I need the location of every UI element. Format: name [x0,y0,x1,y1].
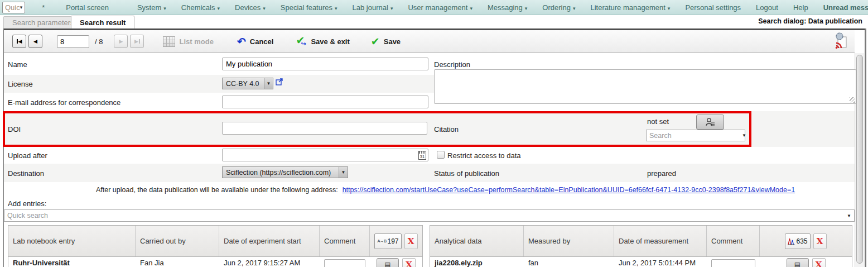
restrict-access-label: Restrict access to data [447,151,521,160]
lab-entry-comment-input[interactable] [324,259,365,267]
save-and-exit-button[interactable]: ✔ ↪ Save & exit [296,35,349,47]
exit-arrow-icon: ↪ [301,40,306,47]
email-input[interactable] [222,96,428,108]
last-record-button[interactable]: ▶ [130,35,144,48]
destination-label: Destination [8,169,44,177]
lab-entry-actions: ▤ X [370,257,422,267]
menu-item-special-features[interactable]: Special features▾ [281,3,337,12]
next-record-button[interactable]: ▶ [114,35,128,48]
menu-item-literature-management[interactable]: Literature management▾ [590,3,670,12]
open-analytical-button[interactable]: ▤ [787,258,809,267]
form-row-doi-citation: DOI Citation not set ▼ [4,111,855,147]
analytical-comment-input[interactable] [711,259,755,267]
select-arrow-icon: ▼ [339,167,348,178]
unsaved-indicator: * [42,3,45,12]
remove-all-lab-entries-button[interactable]: X [404,233,418,249]
quick-select[interactable]: Quic ▾ [2,2,25,13]
license-select[interactable]: CC-BY 4.0 ▼ [222,78,273,89]
menu-item-help[interactable]: Help [793,3,808,12]
open-lab-entry-button[interactable]: ▤ [377,258,399,267]
external-link-icon[interactable] [276,78,283,87]
quick-search-input[interactable] [4,210,844,221]
doi-input[interactable] [222,122,427,135]
menu-item-lab-journal[interactable]: Lab journal▾ [353,3,393,12]
cancel-button[interactable]: ↶ Cancel [237,36,274,47]
menu-item-ordering[interactable]: Ordering▾ [542,3,575,12]
lab-entry-name: Ruhr-Universität [8,257,136,267]
remove-all-analytical-button[interactable]: X [813,233,827,249]
column-header: Comment [320,226,370,256]
analytical-count: 635 [796,237,807,245]
x-icon: X [816,260,822,267]
record-toolbar: ◀ ◀ / 8 ▶ ▶ List mode ↶ Cancel ✔ ↪ [4,30,855,53]
next-icon: ▶ [119,39,123,44]
column-header: Date of measurement [614,226,707,256]
save-button[interactable]: ✔ Save [371,36,401,47]
menu-item-system[interactable]: System▾ [137,3,166,12]
citation-search-combo[interactable]: ▼ [646,130,745,141]
publish-feed-icon[interactable] [833,32,849,51]
menu-item-devices[interactable]: Devices▾ [235,3,266,12]
search-dialog-window: Quic ▾ * Portal screen System▾ Chemicals… [0,0,868,267]
name-input[interactable] [222,58,428,70]
last-record-icon [139,39,140,44]
restrict-access-checkbox[interactable] [437,151,445,159]
column-header: Analytical data [430,226,524,256]
caret-down-icon: ▾ [163,6,166,11]
caret-down-icon: ▾ [525,6,528,11]
destination-select[interactable]: Sciflection (https://sciflection.com) ▼ [222,166,348,178]
status-value: prepared [647,169,676,177]
analytical-count-button[interactable]: 635 [785,233,810,249]
record-number-input[interactable] [57,35,89,48]
quick-search-combo[interactable]: ▼ [4,209,855,222]
caret-down-icon: ▾ [263,6,266,11]
menu-item-unread-messages[interactable]: Unread messages [823,3,868,12]
lab-entry-carried-out-by: Fan Jia [136,257,219,267]
column-header: Carried out by [136,226,219,256]
analytical-file-name: jia2208.ely.zip [430,257,524,267]
upload-after-input[interactable] [222,149,428,161]
menu-item-logout[interactable]: Logout [756,3,778,12]
remove-lab-entry-button[interactable]: X [402,258,416,267]
upload-after-label: Upload after [8,151,47,160]
caret-down-icon: ▾ [20,4,23,10]
grid-icon [163,36,175,47]
citation-picker-button[interactable] [696,115,724,130]
undo-icon: ↶ [237,36,246,47]
citation-label: Citation [434,125,459,134]
citation-search-input[interactable] [647,130,742,141]
x-icon: X [817,236,823,246]
menu-item-user-management[interactable]: User management▾ [408,3,472,12]
menu-item-personal-settings[interactable]: Personal settings [685,3,741,12]
lab-entries-count-button[interactable]: A→B 197 [374,233,401,249]
previous-record-button[interactable]: ◀ [28,35,42,48]
resize-handle[interactable] [850,97,855,103]
analytical-actions: ▤ X [760,257,852,267]
list-mode-button[interactable]: List mode [163,36,213,47]
form-row-address: After upload, the data publication will … [4,182,855,198]
menu-item-messaging[interactable]: Messaging▾ [488,3,527,12]
first-record-button[interactable]: ◀ [12,35,26,48]
lab-entry-date: Jun 2, 2017 9:15:27 AM [219,257,320,267]
remove-analytical-button[interactable]: X [812,258,826,267]
main-menu-bar: Quic ▾ * Portal screen System▾ Chemicals… [0,0,868,15]
analytical-table-row: jia2208.ely.zip fan Jun 2, 2017 5:01:44 … [430,257,852,267]
publication-form: Name Description License CC-BY 4.0 ▼ E-m… [4,53,855,198]
first-record-icon [17,39,18,44]
tab-search-result[interactable]: Search result [71,16,134,28]
lab-entries-count: 197 [387,237,398,245]
scrollbar-thumb[interactable] [856,55,863,264]
column-header: Comment [707,226,760,256]
analytical-data-table: Analytical data Measured by Date of meas… [430,225,852,267]
dialog-title: Search dialog: Data publication [758,17,862,25]
analytical-table-actions: 635 X [760,226,852,256]
description-textarea[interactable] [434,69,856,104]
menu-item-portal-screen[interactable]: Portal screen [66,3,109,12]
calendar-icon[interactable]: 31 [418,151,426,160]
prev-icon: ◀ [33,39,37,44]
next-icon: ▶ [134,39,138,44]
lab-table-actions: A→B 197 X [370,226,422,256]
lab-table-header: Lab notebook entry Carried out by Date o… [8,226,422,257]
menu-item-chemicals[interactable]: Chemicals▾ [181,3,220,12]
publication-address-link[interactable]: https://sciflection.com/startUseCase?use… [343,186,795,194]
